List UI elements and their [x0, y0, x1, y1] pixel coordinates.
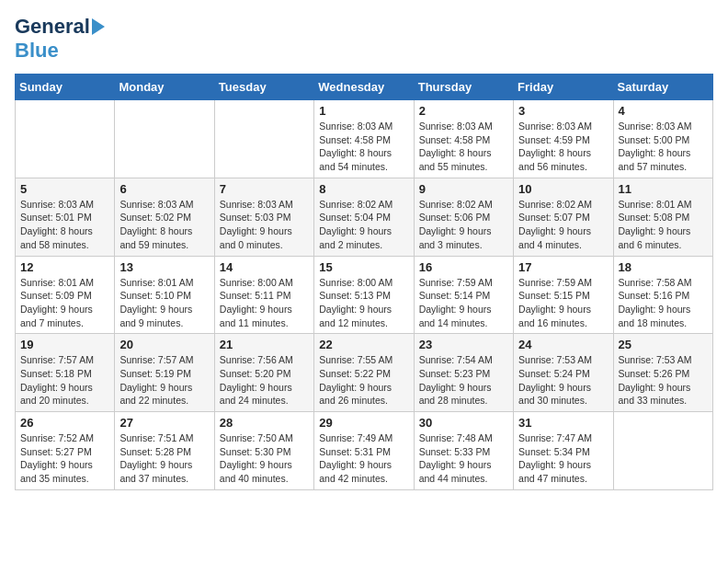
calendar-cell: 26Sunrise: 7:52 AMSunset: 5:27 PMDayligh… [16, 412, 115, 490]
calendar-cell: 5Sunrise: 8:03 AMSunset: 5:01 PMDaylight… [16, 178, 115, 256]
day-info: Sunrise: 8:03 AMSunset: 5:01 PMDaylight:… [20, 198, 109, 252]
calendar-week-row: 19Sunrise: 7:57 AMSunset: 5:18 PMDayligh… [16, 334, 713, 412]
day-number: 24 [518, 338, 608, 351]
calendar-cell: 29Sunrise: 7:49 AMSunset: 5:31 PMDayligh… [314, 412, 414, 490]
day-number: 2 [419, 104, 508, 118]
day-info: Sunrise: 7:57 AMSunset: 5:18 PMDaylight:… [20, 353, 109, 408]
calendar-cell [214, 100, 313, 178]
day-of-week-header: Wednesday [314, 75, 414, 100]
day-of-week-header: Tuesday [214, 75, 313, 100]
calendar-week-row: 1Sunrise: 8:03 AMSunset: 4:58 PMDaylight… [16, 100, 713, 178]
day-info: Sunrise: 8:03 AMSunset: 4:58 PMDaylight:… [419, 120, 508, 174]
day-info: Sunrise: 7:59 AMSunset: 5:15 PMDaylight:… [518, 276, 608, 330]
calendar-cell: 17Sunrise: 7:59 AMSunset: 5:15 PMDayligh… [514, 256, 613, 334]
day-info: Sunrise: 8:02 AMSunset: 5:07 PMDaylight:… [518, 198, 608, 252]
day-number: 28 [220, 416, 309, 430]
calendar-cell: 16Sunrise: 7:59 AMSunset: 5:14 PMDayligh… [414, 256, 513, 334]
day-info: Sunrise: 8:03 AMSunset: 4:58 PMDaylight:… [319, 120, 408, 174]
day-info: Sunrise: 7:49 AMSunset: 5:31 PMDaylight:… [319, 431, 408, 486]
calendar-cell: 10Sunrise: 8:02 AMSunset: 5:07 PMDayligh… [514, 178, 613, 256]
day-number: 14 [220, 260, 309, 274]
day-info: Sunrise: 8:00 AMSunset: 5:13 PMDaylight:… [319, 276, 408, 330]
day-info: Sunrise: 7:58 AMSunset: 5:16 PMDaylight:… [619, 276, 708, 330]
calendar-cell: 1Sunrise: 8:03 AMSunset: 4:58 PMDaylight… [314, 100, 414, 178]
day-info: Sunrise: 7:54 AMSunset: 5:23 PMDaylight:… [419, 353, 508, 408]
calendar-cell: 25Sunrise: 7:53 AMSunset: 5:26 PMDayligh… [613, 334, 712, 412]
calendar-week-row: 26Sunrise: 7:52 AMSunset: 5:27 PMDayligh… [16, 412, 713, 490]
day-info: Sunrise: 8:01 AMSunset: 5:10 PMDaylight:… [119, 276, 209, 330]
logo-arrow-icon [92, 18, 105, 35]
day-info: Sunrise: 7:52 AMSunset: 5:27 PMDaylight:… [20, 431, 109, 486]
day-number: 25 [619, 338, 708, 351]
day-number: 21 [220, 338, 309, 351]
day-number: 6 [119, 182, 209, 196]
day-info: Sunrise: 8:03 AMSunset: 5:03 PMDaylight:… [220, 198, 309, 252]
day-number: 9 [419, 182, 508, 196]
day-number: 23 [419, 338, 508, 351]
calendar-cell: 15Sunrise: 8:00 AMSunset: 5:13 PMDayligh… [314, 256, 414, 334]
day-info: Sunrise: 8:00 AMSunset: 5:11 PMDaylight:… [220, 276, 309, 330]
day-number: 20 [119, 338, 209, 351]
calendar-cell: 12Sunrise: 8:01 AMSunset: 5:09 PMDayligh… [16, 256, 115, 334]
calendar-cell: 3Sunrise: 8:03 AMSunset: 4:59 PMDaylight… [514, 100, 613, 178]
calendar-cell: 2Sunrise: 8:03 AMSunset: 4:58 PMDaylight… [414, 100, 513, 178]
day-number: 19 [20, 338, 109, 351]
logo: General Blue [15, 15, 105, 63]
calendar-cell [115, 100, 214, 178]
day-of-week-header: Sunday [16, 75, 115, 100]
logo-blue: Blue [15, 39, 59, 62]
day-number: 15 [319, 260, 408, 274]
calendar-table: SundayMondayTuesdayWednesdayThursdayFrid… [15, 74, 713, 490]
calendar-cell: 4Sunrise: 8:03 AMSunset: 5:00 PMDaylight… [613, 100, 712, 178]
calendar-cell: 8Sunrise: 8:02 AMSunset: 5:04 PMDaylight… [314, 178, 414, 256]
day-number: 5 [20, 182, 109, 196]
day-number: 3 [518, 104, 608, 118]
day-number: 13 [119, 260, 209, 274]
day-number: 10 [518, 182, 608, 196]
day-of-week-header: Friday [514, 75, 613, 100]
calendar-cell [16, 100, 115, 178]
calendar-cell: 18Sunrise: 7:58 AMSunset: 5:16 PMDayligh… [613, 256, 712, 334]
day-info: Sunrise: 7:51 AMSunset: 5:28 PMDaylight:… [119, 431, 209, 486]
day-info: Sunrise: 7:47 AMSunset: 5:34 PMDaylight:… [518, 431, 608, 486]
page-header: General Blue [15, 15, 713, 63]
calendar-cell: 24Sunrise: 7:53 AMSunset: 5:24 PMDayligh… [514, 334, 613, 412]
calendar-cell: 7Sunrise: 8:03 AMSunset: 5:03 PMDaylight… [214, 178, 313, 256]
day-info: Sunrise: 7:57 AMSunset: 5:19 PMDaylight:… [119, 353, 209, 408]
day-info: Sunrise: 8:03 AMSunset: 5:02 PMDaylight:… [119, 198, 209, 252]
calendar-cell: 20Sunrise: 7:57 AMSunset: 5:19 PMDayligh… [115, 334, 214, 412]
day-of-week-header: Thursday [414, 75, 513, 100]
day-info: Sunrise: 7:50 AMSunset: 5:30 PMDaylight:… [220, 431, 309, 486]
day-number: 31 [518, 416, 608, 430]
day-number: 8 [319, 182, 408, 196]
calendar-cell: 28Sunrise: 7:50 AMSunset: 5:30 PMDayligh… [214, 412, 313, 490]
day-number: 11 [619, 182, 708, 196]
day-info: Sunrise: 8:03 AMSunset: 5:00 PMDaylight:… [619, 120, 708, 174]
day-number: 7 [220, 182, 309, 196]
day-info: Sunrise: 7:56 AMSunset: 5:20 PMDaylight:… [220, 353, 309, 408]
day-number: 4 [619, 104, 708, 118]
day-info: Sunrise: 8:01 AMSunset: 5:09 PMDaylight:… [20, 276, 109, 330]
day-number: 29 [319, 416, 408, 430]
day-number: 12 [20, 260, 109, 274]
day-info: Sunrise: 7:55 AMSunset: 5:22 PMDaylight:… [319, 353, 408, 408]
calendar-cell: 22Sunrise: 7:55 AMSunset: 5:22 PMDayligh… [314, 334, 414, 412]
day-info: Sunrise: 7:53 AMSunset: 5:24 PMDaylight:… [518, 353, 608, 408]
day-info: Sunrise: 8:01 AMSunset: 5:08 PMDaylight:… [619, 198, 708, 252]
day-info: Sunrise: 7:53 AMSunset: 5:26 PMDaylight:… [619, 353, 708, 408]
day-of-week-header: Saturday [613, 75, 712, 100]
day-number: 22 [319, 338, 408, 351]
calendar-cell: 21Sunrise: 7:56 AMSunset: 5:20 PMDayligh… [214, 334, 313, 412]
day-number: 18 [619, 260, 708, 274]
day-of-week-header: Monday [115, 75, 214, 100]
logo-general: General [15, 15, 90, 39]
calendar-cell: 11Sunrise: 8:01 AMSunset: 5:08 PMDayligh… [613, 178, 712, 256]
calendar-header-row: SundayMondayTuesdayWednesdayThursdayFrid… [16, 75, 713, 100]
calendar-cell: 30Sunrise: 7:48 AMSunset: 5:33 PMDayligh… [414, 412, 513, 490]
calendar-cell: 14Sunrise: 8:00 AMSunset: 5:11 PMDayligh… [214, 256, 313, 334]
day-info: Sunrise: 7:59 AMSunset: 5:14 PMDaylight:… [419, 276, 508, 330]
calendar-cell: 13Sunrise: 8:01 AMSunset: 5:10 PMDayligh… [115, 256, 214, 334]
calendar-week-row: 5Sunrise: 8:03 AMSunset: 5:01 PMDaylight… [16, 178, 713, 256]
calendar-cell: 6Sunrise: 8:03 AMSunset: 5:02 PMDaylight… [115, 178, 214, 256]
calendar-cell: 27Sunrise: 7:51 AMSunset: 5:28 PMDayligh… [115, 412, 214, 490]
